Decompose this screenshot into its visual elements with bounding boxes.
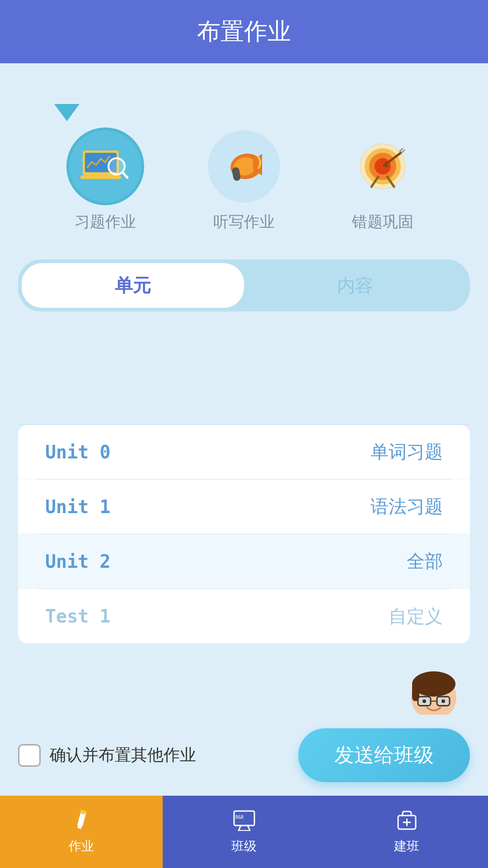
list-row[interactable]: Test 1 自定义 [18, 589, 470, 643]
svg-point-26 [441, 699, 445, 703]
dictation-type-item[interactable]: 听写作业 [208, 130, 280, 232]
page-title: 布置作业 [197, 16, 291, 47]
exercises-icon [80, 146, 130, 187]
mistakes-icon-circle[interactable] [347, 130, 419, 203]
nav-item-homework[interactable]: 作业 [0, 796, 163, 868]
tab-bar: 单元 内容 [18, 259, 470, 311]
tab-unit[interactable]: 单元 [22, 263, 244, 308]
mistakes-type-item[interactable]: 错题巩固 [347, 130, 419, 232]
svg-rect-2 [80, 175, 121, 179]
nav-item-class[interactable]: B&B 班级 [163, 796, 325, 868]
list-row[interactable]: Unit 2 全部 [18, 534, 470, 589]
nav-label-homework: 作业 [69, 838, 94, 855]
unit-label-1: Unit 1 [45, 496, 244, 517]
svg-line-14 [399, 148, 403, 151]
confirm-text: 确认并布置其他作业 [50, 744, 196, 766]
content-label-3: 自定义 [244, 604, 443, 629]
exercises-type-item[interactable]: 习题作业 [69, 130, 141, 232]
svg-line-33 [248, 826, 250, 830]
content-label-0: 单词习题 [244, 439, 443, 464]
confirm-left: 确认并布置其他作业 [18, 744, 196, 767]
send-button[interactable]: 发送给班级 [298, 728, 470, 782]
type-icons-section: 习题作业 听写作业 [0, 121, 488, 259]
mistakes-label: 错题巩固 [352, 212, 413, 232]
svg-line-4 [122, 172, 127, 178]
content-label-2: 全部 [244, 549, 443, 574]
selected-triangle-indicator [54, 104, 80, 121]
nav-item-create[interactable]: 建班 [325, 796, 488, 868]
exercises-label: 习题作业 [75, 212, 136, 232]
content-label-1: 语法习题 [244, 494, 443, 519]
confirm-area: 确认并布置其他作业 发送给班级 [0, 715, 488, 796]
exercises-icon-circle[interactable] [69, 130, 141, 203]
svg-line-32 [239, 826, 241, 830]
dictation-label: 听写作业 [213, 212, 275, 232]
main-content: 习题作业 听写作业 [0, 63, 488, 796]
bottom-nav: 作业 B&B 班级 [0, 796, 488, 868]
dictation-icon-circle[interactable] [208, 130, 280, 203]
dictation-icon [221, 144, 267, 189]
unit-label-2: Unit 2 [45, 551, 244, 572]
create-class-icon [394, 809, 419, 833]
tab-content[interactable]: 内容 [244, 263, 466, 308]
list-row[interactable]: Unit 0 单词习题 [18, 425, 470, 479]
unit-label-3: Test 1 [45, 606, 244, 627]
spacer [0, 311, 488, 425]
list-row[interactable]: Unit 1 语法习题 [18, 480, 470, 534]
class-icon: B&B [232, 809, 257, 833]
nav-label-class: 班级 [231, 838, 257, 855]
svg-point-25 [422, 699, 426, 703]
mistakes-icon [358, 142, 408, 191]
header: 布置作业 [0, 0, 488, 63]
unit-list: Unit 0 单词习题 Unit 1 语法习题 Unit 2 全部 Test 1… [18, 425, 470, 643]
confirm-checkbox[interactable] [18, 744, 41, 767]
svg-text:B&B: B&B [235, 815, 244, 820]
nav-label-create: 建班 [394, 838, 419, 855]
unit-label-0: Unit 0 [45, 442, 244, 462]
pencil-icon [70, 809, 93, 833]
